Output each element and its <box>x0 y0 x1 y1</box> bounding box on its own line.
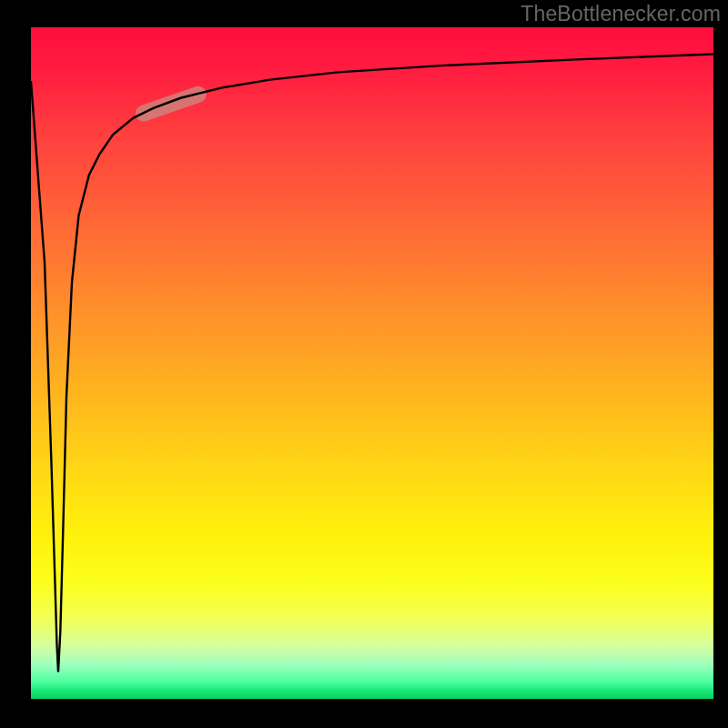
plot-area <box>31 27 713 699</box>
frame-border-right <box>713 0 728 728</box>
frame-border-bottom <box>0 699 728 728</box>
highlight-segment <box>144 95 198 114</box>
watermark-text: TheBottlenecker.com <box>521 2 721 26</box>
bottleneck-curve <box>31 55 713 672</box>
chart-stage: TheBottlenecker.com <box>0 0 728 728</box>
frame-border-left <box>0 0 31 728</box>
curve-svg <box>31 27 713 699</box>
